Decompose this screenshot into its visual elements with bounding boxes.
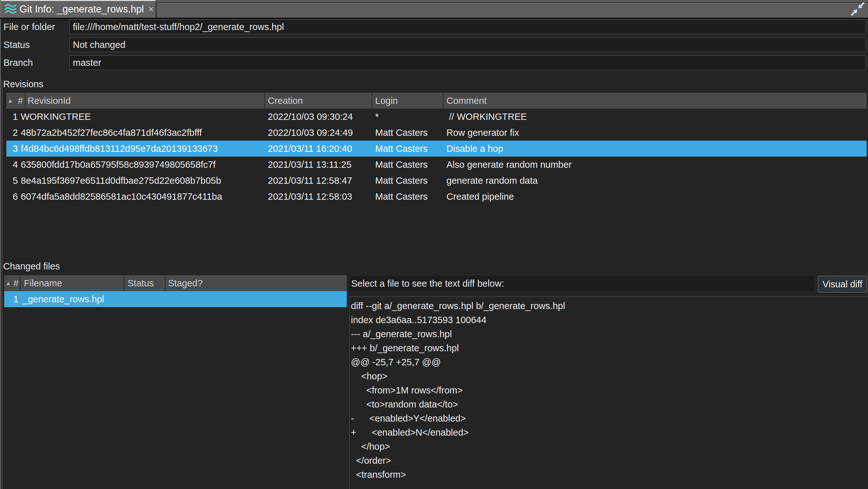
diff-line: <hop> — [351, 369, 868, 383]
panel-border-left — [0, 19, 1, 489]
revision-row-6[interactable]: 6 6074dfa5a8dd82586581ac10c430491877c411… — [6, 189, 867, 205]
branch-label: Branch — [3, 55, 33, 70]
revisions-section-label: Revisions — [3, 78, 43, 90]
revisions-table-header: ▴ # RevisionId Creation Login Comment — [6, 93, 867, 109]
file-or-folder-input[interactable]: file:///home/matt/test-stuff/hop2/_gener… — [69, 20, 866, 34]
changed-files-table-header: ▴ # Filename Status Staged? — [4, 275, 347, 291]
revisions-table: ▴ # RevisionId Creation Login Comment 1 … — [6, 93, 867, 205]
column-header-num[interactable]: ▴ # — [6, 93, 26, 109]
column-header-comment[interactable]: Comment — [443, 93, 867, 109]
diff-line: <to>random data</to> — [351, 397, 868, 411]
status-input[interactable]: Not changed — [69, 37, 866, 52]
restore-pane-icon[interactable] — [850, 1, 865, 17]
file-or-folder-label: File or folder — [3, 20, 55, 34]
revision-row-2[interactable]: 2 48b72a2b452f27fec86c4fa871df46f3ac2fbf… — [6, 125, 867, 141]
column-header-login[interactable]: Login — [372, 93, 443, 109]
git-info-waves-icon — [4, 3, 17, 16]
diff-line: diff --git a/_generate_rows.hpl b/_gener… — [351, 299, 868, 313]
sort-ascending-icon: ▴ — [9, 93, 18, 109]
sort-ascending-icon: ▴ — [7, 275, 11, 291]
branch-input[interactable]: master — [69, 55, 866, 70]
column-header-status[interactable]: Status — [124, 275, 165, 291]
diff-text-area[interactable]: diff --git a/_generate_rows.hpl b/_gener… — [349, 296, 868, 489]
tabbar-divider — [0, 18, 868, 19]
revision-row-1[interactable]: 1 WORKINGTREE 2022/10/03 09:30:24 * // W… — [6, 109, 867, 125]
panel-border-inner — [2, 80, 2, 489]
revision-row-4[interactable]: 4 635800fdd17b0a65795f58c8939749805658fc… — [6, 157, 867, 173]
diff-line: </order> — [351, 454, 868, 467]
tab-bar: Git Info: _generate_rows.hpl × — [0, 0, 868, 18]
revision-row-3-selected[interactable]: 3 f4d84bc6d498ffdb813112d95e7da201391336… — [6, 141, 867, 157]
tab-bar-recess — [156, 2, 868, 18]
diff-line: - <enabled>Y</enabled> — [351, 411, 868, 425]
tab-git-info[interactable]: Git Info: _generate_rows.hpl × — [1, 0, 156, 18]
diff-line: <from>1M rows</from> — [351, 383, 868, 397]
diff-line: + <enabled>N</enabled> — [351, 425, 868, 439]
diff-hint-label: Select a file to see the text diff below… — [349, 276, 814, 291]
column-header-creation[interactable]: Creation — [265, 93, 372, 109]
diff-line: @@ -25,7 +25,7 @@ — [351, 355, 868, 369]
column-header-staged[interactable]: Staged? — [165, 275, 347, 291]
tab-title: Git Info: _generate_rows.hpl — [20, 3, 144, 15]
visual-diff-button[interactable]: Visual diff — [818, 276, 867, 293]
diff-line: </hop> — [351, 439, 868, 454]
diff-line: +++ b/_generate_rows.hpl — [351, 341, 868, 355]
diff-line: index de3a6aa..5173593 100644 — [351, 313, 868, 327]
tab-close-icon[interactable]: × — [148, 5, 153, 14]
changed-file-row-1-selected[interactable]: 1 _generate_rows.hpl — [4, 291, 347, 307]
column-header-revisionid[interactable]: RevisionId — [26, 93, 265, 109]
changed-files-section-label: Changed files — [3, 260, 60, 273]
column-header-filename[interactable]: Filename — [21, 275, 124, 291]
revision-row-5[interactable]: 5 8e4a195f3697e6511d0dfbae275d22e608b7b0… — [6, 173, 867, 189]
status-label: Status — [3, 37, 30, 52]
diff-line: --- a/_generate_rows.hpl — [351, 327, 868, 341]
changed-files-table: ▴ # Filename Status Staged? 1 _generate_… — [4, 275, 347, 307]
column-header-file-num[interactable]: ▴ # — [4, 275, 21, 291]
git-info-window: Git Info: _generate_rows.hpl × File or f… — [0, 0, 868, 489]
diff-line: <transform> — [351, 467, 868, 482]
